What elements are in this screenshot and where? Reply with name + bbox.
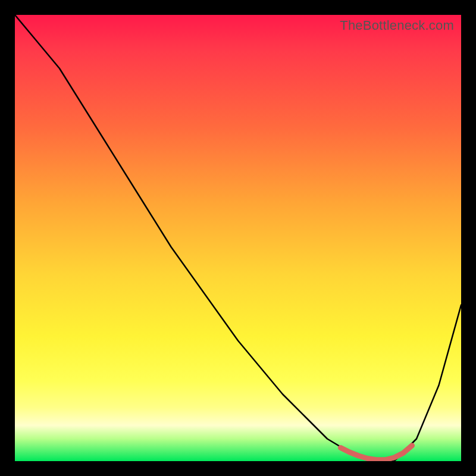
chart-svg (15, 15, 461, 461)
curve-line (15, 15, 461, 461)
chart-plot-area: TheBottleneck.com (15, 15, 461, 461)
watermark-text: TheBottleneck.com (340, 18, 454, 33)
highlight-line (341, 446, 412, 460)
